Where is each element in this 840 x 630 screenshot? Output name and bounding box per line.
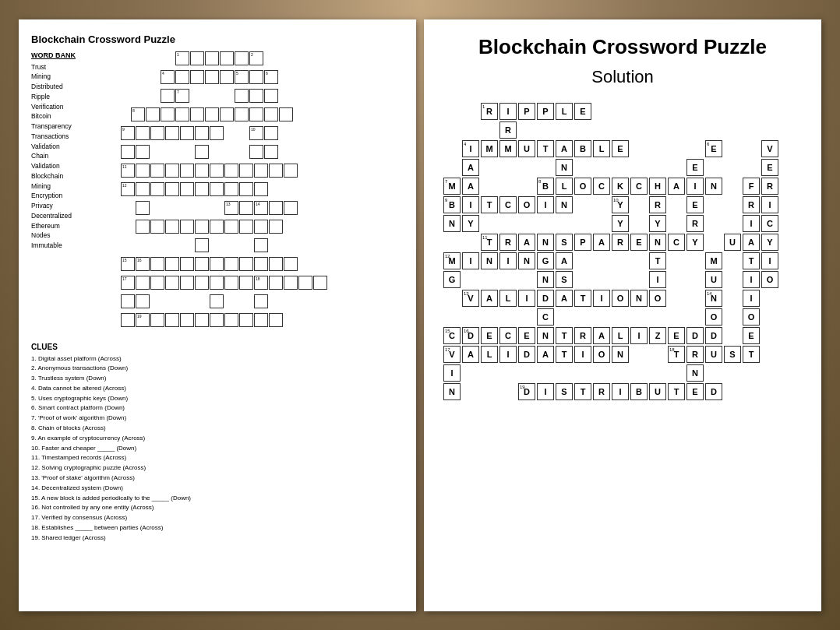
clues-list: 1. Digital asset platform (Across) 2. An…: [31, 354, 404, 544]
solution-subtitle: Solution: [591, 67, 654, 87]
left-title: Blockchain Crossword Puzzle: [31, 33, 404, 45]
main-container: Blockchain Crossword Puzzle WORD BANK Tr…: [19, 19, 821, 611]
right-title: Blockchain Crossword Puzzle: [478, 35, 767, 59]
right-panel: Blockchain Crossword Puzzle Solution 1R …: [424, 19, 821, 611]
word-bank-title: WORD BANK: [31, 51, 113, 59]
clues-title: CLUES: [31, 343, 404, 351]
clues-section: CLUES 1. Digital asset platform (Across)…: [31, 343, 404, 544]
crossword-grid: 1 2 4 5 6 7: [121, 51, 394, 340]
left-panel: Blockchain Crossword Puzzle WORD BANK Tr…: [19, 19, 416, 611]
solution-grid: 1R I P P L E R 4I M M U T A B L E 6E V A: [443, 103, 802, 516]
word-bank-list: TrustMiningDistributedRippleVerification…: [31, 62, 113, 251]
